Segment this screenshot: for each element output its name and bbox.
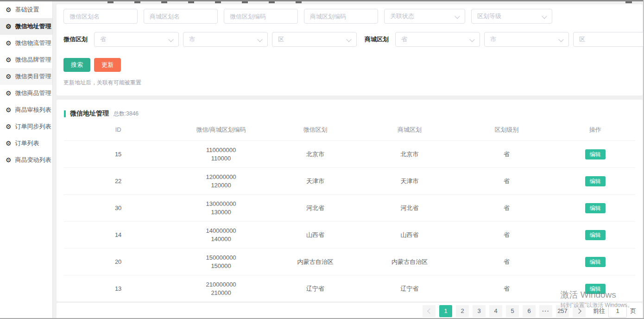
sidebar-item-订单列表[interactable]: ⚙订单列表 <box>0 135 52 152</box>
cell-mall-region: 河北省 <box>361 204 458 212</box>
wechat-region-district-select[interactable]: 区 <box>272 32 357 47</box>
sidebar-item-label: 订单同步列表 <box>15 122 51 131</box>
page-button-257[interactable]: 257 <box>556 305 569 317</box>
next-page-button[interactable] <box>573 305 586 317</box>
cell-mall-region: 山西省 <box>361 231 458 239</box>
filter-actions: 搜索 更新 <box>63 58 636 72</box>
cell-operation: 编辑 <box>555 176 635 186</box>
cell-wechat-region: 北京市 <box>270 150 361 159</box>
wechat-region-group-label: 微信区划 <box>63 35 88 44</box>
mall-region-city-select[interactable]: 市 <box>484 32 569 47</box>
update-warning-note: 更新地址后，关联有可能被重置 <box>63 79 636 87</box>
edit-button[interactable]: 编辑 <box>585 203 606 213</box>
chevron-left-icon <box>427 308 432 313</box>
goto-label: 前往 <box>593 307 605 315</box>
total-count: 总数:3846 <box>114 110 139 118</box>
mall-region-name-input[interactable] <box>144 9 218 24</box>
edit-button[interactable]: 编辑 <box>585 149 606 160</box>
cell-mall-region: 辽宁省 <box>361 285 458 293</box>
goto-page-group: 前往 页 <box>593 305 636 318</box>
cell-level: 省 <box>458 177 556 185</box>
sidebar-item-商品审核列表[interactable]: ⚙商品审核列表 <box>0 102 52 118</box>
edit-button[interactable]: 编辑 <box>585 176 606 186</box>
page-button-2[interactable]: 2 <box>456 305 469 317</box>
column-header: ID <box>64 126 172 133</box>
edit-button[interactable]: 编辑 <box>585 257 606 267</box>
cell-mall-region: 天津市 <box>361 177 458 185</box>
gear-icon: ⚙ <box>6 57 12 63</box>
wechat-region-province-select[interactable]: 省 <box>94 32 179 47</box>
page-button-1[interactable]: 1 <box>439 305 452 317</box>
chevron-down-icon <box>558 37 563 42</box>
gear-icon: ⚙ <box>6 6 12 13</box>
main-content: 关联状态区划等级 微信区划 省市区 商城区划 省市区 搜索 更新 更新地址后，关… <box>53 1 644 319</box>
select-placeholder: 关联状态 <box>390 12 414 20</box>
select-placeholder: 区 <box>579 35 585 44</box>
gear-icon: ⚙ <box>6 90 12 96</box>
cell-code: 130000000130000 <box>172 200 270 217</box>
pager-pages: 123456···257 <box>437 305 571 317</box>
cell-wechat-region: 河北省 <box>270 204 361 212</box>
cell-wechat-region: 辽宁省 <box>270 285 361 293</box>
edit-button[interactable]: 编辑 <box>585 284 606 294</box>
chevron-down-icon <box>542 13 547 19</box>
column-header: 微信/商城区划编码 <box>172 126 270 134</box>
sidebar-item-商品变动列表[interactable]: ⚙商品变动列表 <box>0 152 52 168</box>
cell-code-line1: 210000000 <box>172 281 270 289</box>
gear-icon: ⚙ <box>6 73 12 80</box>
page-button-3[interactable]: 3 <box>473 305 486 317</box>
filter-cascade-row: 微信区划 省市区 商城区划 省市区 <box>63 32 636 47</box>
pager-ellipsis[interactable]: ··· <box>539 305 552 317</box>
sidebar-item-label: 基础设置 <box>15 6 39 14</box>
chevron-down-icon <box>455 13 460 19</box>
update-button[interactable]: 更新 <box>94 58 121 72</box>
filter-panel: 关联状态区划等级 微信区划 省市区 商城区划 省市区 搜索 更新 更新地址后，关… <box>57 4 643 96</box>
wechat-region-name-input[interactable] <box>63 9 138 24</box>
sidebar-item-微信物流管理[interactable]: ⚙微信物流管理 <box>0 35 52 51</box>
sidebar-item-微信地址管理[interactable]: ⚙微信地址管理 <box>0 18 52 35</box>
page-button-5[interactable]: 5 <box>506 305 519 317</box>
search-button[interactable]: 搜索 <box>63 58 90 72</box>
cell-code-line1: 120000000 <box>172 173 270 181</box>
select-placeholder: 市 <box>490 35 496 44</box>
filter-text-inputs: 关联状态区划等级 <box>63 9 636 24</box>
cell-id: 22 <box>64 178 172 185</box>
cell-code-line1: 140000000 <box>172 227 270 235</box>
goto-page-input[interactable] <box>608 305 627 318</box>
sidebar-item-订单同步列表[interactable]: ⚙订单同步列表 <box>0 118 52 135</box>
cell-code-line1: 150000000 <box>172 254 270 262</box>
page-button-4[interactable]: 4 <box>489 305 502 317</box>
select-placeholder: 市 <box>189 35 195 44</box>
cell-id: 13 <box>64 285 172 292</box>
table-row: 14140000000140000山西省山西省省编辑 <box>64 221 635 248</box>
mall-region-district-select[interactable]: 区 <box>573 32 644 47</box>
relation-status-select[interactable]: 关联状态 <box>384 9 465 24</box>
edit-button[interactable]: 编辑 <box>585 230 606 240</box>
cell-code-line1: 130000000 <box>172 200 270 208</box>
page-button-6[interactable]: 6 <box>523 305 536 317</box>
column-header: 商城区划 <box>361 126 458 134</box>
gear-icon: ⚙ <box>6 157 12 163</box>
column-header: 微信区划 <box>270 126 361 134</box>
cell-level: 省 <box>458 150 556 159</box>
cell-level: 省 <box>458 204 556 212</box>
sidebar-item-基础设置[interactable]: ⚙基础设置 <box>0 1 52 18</box>
sidebar-item-微信商品管理[interactable]: ⚙微信商品管理 <box>0 85 52 102</box>
cell-mall-region: 内蒙古自治区 <box>361 258 458 266</box>
table-title-row: 微信地址管理 总数:3846 <box>64 100 635 118</box>
sidebar-item-微信品牌管理[interactable]: ⚙微信品牌管理 <box>0 51 52 68</box>
sidebar-item-label: 商品变动列表 <box>15 156 51 164</box>
mall-region-group-label: 商城区划 <box>365 35 389 44</box>
mall-region-code-input[interactable] <box>304 9 378 24</box>
wechat-region-city-select[interactable]: 市 <box>183 32 268 47</box>
cell-id: 15 <box>64 151 172 158</box>
cell-code-line2: 150000 <box>172 262 270 270</box>
prev-page-button[interactable] <box>423 305 436 317</box>
region-level-select[interactable]: 区划等级 <box>471 9 552 24</box>
wechat-region-code-input[interactable] <box>224 9 298 24</box>
mall-region-province-select[interactable]: 省 <box>395 32 480 47</box>
table-row: 20150000000150000内蒙古自治区内蒙古自治区省编辑 <box>64 248 635 275</box>
cell-operation: 编辑 <box>555 257 635 267</box>
column-header: 区划级别 <box>458 126 556 134</box>
sidebar-item-微信类目管理[interactable]: ⚙微信类目管理 <box>0 68 52 85</box>
